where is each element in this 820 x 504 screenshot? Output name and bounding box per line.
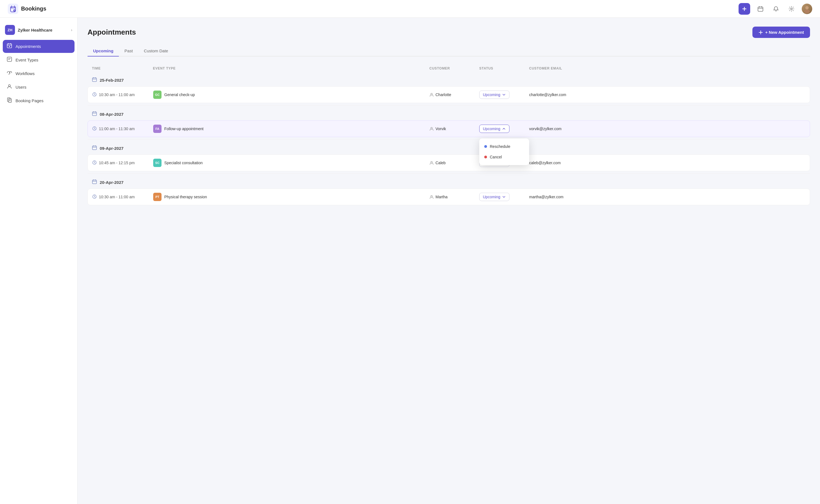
org-selector[interactable]: ZH Zylker Healthcare ›: [0, 22, 77, 40]
date-label-apr-09-2027: 09-Apr-2027: [88, 142, 810, 155]
nav-actions: [739, 3, 812, 15]
customer-name: Charlotte: [436, 92, 451, 97]
event-cell-4: PT Physical therapy session: [153, 193, 430, 201]
col-header-time: TIME: [92, 66, 153, 70]
tab-upcoming[interactable]: Upcoming: [88, 46, 119, 56]
sidebar-nav: Appointments Event Types Workflows Users: [0, 40, 77, 107]
event-cell-2: FA Follow-up appointment: [153, 125, 430, 133]
appointment-row-highlighted: 11:00 am - 11:30 am FA Follow-up appoint…: [88, 120, 810, 137]
calendar-date-icon-3: [92, 145, 97, 151]
date-label-feb-2027: 25-Feb-2027: [88, 74, 810, 86]
svg-point-4: [805, 6, 809, 9]
appointment-row-4: 10:30 am - 11:00 am PT Physical therapy …: [88, 189, 810, 205]
event-name: General check-up: [164, 92, 195, 97]
date-group-feb-2027: 25-Feb-2027 10:30 am - 11:00 am GC Gener…: [88, 74, 810, 103]
date-label-text-3: 09-Apr-2027: [100, 146, 124, 151]
page-title: Appointments: [88, 28, 136, 37]
dropdown-item-cancel[interactable]: Cancel: [479, 152, 529, 162]
svg-rect-2: [758, 7, 763, 11]
sidebar-item-booking-pages[interactable]: Booking Pages: [3, 94, 74, 107]
settings-button[interactable]: [786, 4, 797, 14]
sidebar-item-label-appointments: Appointments: [16, 44, 41, 49]
sidebar-item-appointments[interactable]: Appointments: [3, 40, 74, 53]
global-add-button[interactable]: [739, 3, 750, 15]
sidebar-item-event-types[interactable]: Event Types: [3, 53, 74, 66]
main-layout: ZH Zylker Healthcare › Appointments Even…: [0, 18, 820, 504]
bookings-logo-icon: [8, 4, 18, 14]
status-cell-4: Upcoming: [479, 193, 529, 201]
sidebar-item-users[interactable]: Users: [3, 81, 74, 94]
tab-past[interactable]: Past: [119, 46, 138, 56]
appointments-icon: [7, 43, 12, 50]
time-value-2: 11:00 am - 11:30 am: [99, 127, 135, 131]
sidebar-item-label-event-types: Event Types: [16, 58, 38, 62]
email-cell-2: vorvik@zylker.com: [529, 127, 805, 131]
org-chevron-icon: ›: [71, 28, 72, 32]
status-cell-open: Upcoming Reschedule Cancel: [479, 125, 529, 133]
appointment-row-3: 10:45 am - 12:15 pm SC Specialist consul…: [88, 155, 810, 171]
status-dropdown-4[interactable]: Upcoming: [479, 193, 510, 201]
email-cell-4: martha@zylker.com: [529, 195, 805, 199]
svg-rect-12: [92, 78, 97, 82]
brand: Bookings: [8, 4, 46, 14]
calendar-nav-button[interactable]: [755, 4, 766, 14]
svg-rect-0: [8, 4, 18, 14]
col-header-status: STATUS: [479, 66, 529, 70]
col-header-customer: CUSTOMER: [430, 66, 479, 70]
time-value-3: 10:45 am - 12:15 pm: [99, 161, 135, 165]
sidebar-item-label-workflows: Workflows: [16, 71, 35, 76]
event-cell-3: SC Specialist consultation: [153, 159, 430, 167]
svg-point-23: [431, 196, 433, 197]
clock-icon-2: [92, 126, 97, 132]
status-label-2: Upcoming: [483, 127, 500, 131]
date-group-apr-08-2027: 08-Apr-2027 11:00 am - 11:30 am FA Follo…: [88, 108, 810, 137]
dropdown-item-reschedule[interactable]: Reschedule: [479, 141, 529, 152]
customer-cell-2: Vorvik: [430, 127, 479, 131]
tab-custom-date[interactable]: Custom Date: [138, 46, 174, 56]
org-name: Zylker Healthcare: [18, 28, 52, 32]
page-header: Appointments + New Appointment: [88, 27, 810, 38]
status-dropdown[interactable]: Upcoming: [479, 91, 510, 99]
notifications-button[interactable]: [771, 4, 781, 14]
workflows-icon: [7, 70, 12, 77]
email-cell: charlotte@zylker.com: [529, 92, 805, 97]
cancel-dot-icon: [484, 156, 487, 158]
tabs: Upcoming Past Custom Date: [88, 46, 810, 56]
status-dropdown-open[interactable]: Upcoming: [479, 125, 510, 133]
event-badge-pt: PT: [153, 193, 161, 201]
user-avatar[interactable]: [802, 4, 812, 14]
customer-name-3: Caleb: [436, 161, 446, 165]
customer-cell-4: Martha: [430, 195, 479, 199]
date-label-text: 25-Feb-2027: [100, 78, 124, 83]
customer-name-4: Martha: [436, 195, 448, 199]
brand-title: Bookings: [21, 6, 46, 12]
org-badge: ZH: [5, 25, 15, 35]
svg-point-5: [804, 9, 810, 13]
event-badge-fa: FA: [153, 125, 161, 133]
svg-point-9: [9, 85, 11, 87]
clock-icon-3: [92, 160, 97, 166]
svg-point-20: [431, 161, 433, 163]
event-types-icon: [7, 56, 12, 63]
event-name-2: Follow-up appointment: [164, 127, 204, 131]
customer-name-2: Vorvik: [436, 127, 446, 131]
col-header-email: CUSTOMER EMAIL: [529, 66, 806, 70]
reschedule-dot-icon: [484, 145, 487, 148]
date-separator-2: [88, 139, 810, 140]
date-group-apr-20-2027: 20-Apr-2027 10:30 am - 11:00 am PT Physi…: [88, 176, 810, 205]
customer-cell-3: Caleb: [430, 161, 479, 165]
table-header: TIME EVENT TYPE CUSTOMER STATUS CUSTOMER…: [88, 64, 810, 73]
sidebar-item-workflows[interactable]: Workflows: [3, 67, 74, 80]
status-dropdown-menu: Reschedule Cancel: [479, 138, 529, 165]
calendar-date-icon: [92, 77, 97, 83]
date-label-text-2: 08-Apr-2027: [100, 112, 124, 117]
time-cell-4: 10:30 am - 11:00 am: [92, 194, 153, 200]
event-badge-sc: SC: [153, 159, 161, 167]
new-appointment-button[interactable]: + New Appointment: [752, 27, 810, 38]
svg-point-3: [791, 8, 792, 10]
clock-icon-4: [92, 194, 97, 200]
time-cell-3: 10:45 am - 12:15 pm: [92, 160, 153, 166]
svg-rect-18: [92, 146, 97, 150]
calendar-date-icon-4: [92, 179, 97, 185]
clock-icon: [92, 92, 97, 97]
